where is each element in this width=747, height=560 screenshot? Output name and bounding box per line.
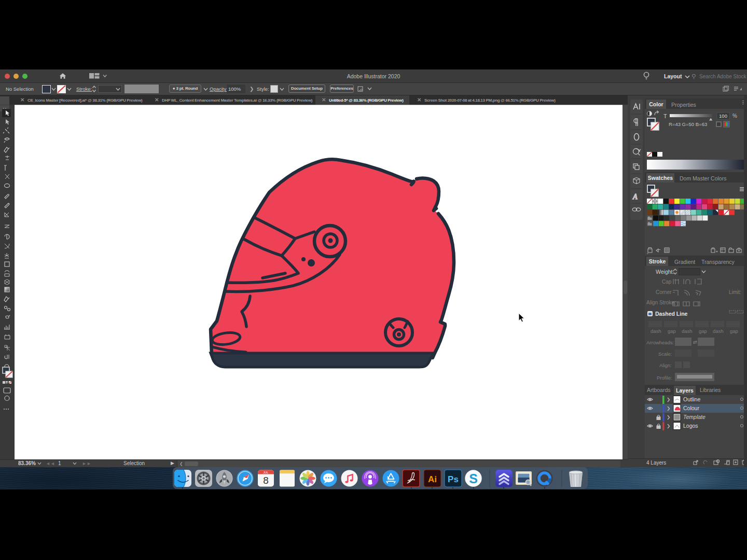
svg-text:8: 8 xyxy=(263,475,269,486)
svg-text:S: S xyxy=(469,471,478,486)
svg-text:%: % xyxy=(732,113,737,119)
svg-text:T: T xyxy=(663,113,667,119)
svg-text:Template: Template xyxy=(683,414,706,420)
svg-text:100: 100 xyxy=(719,113,727,119)
svg-text:Ps: Ps xyxy=(448,474,459,484)
svg-text:Logos: Logos xyxy=(683,423,698,429)
svg-text:R=43 G=50 B=63: R=43 G=50 B=63 xyxy=(669,121,707,127)
svg-text:Colour: Colour xyxy=(683,405,699,411)
svg-text:A: A xyxy=(632,193,638,201)
svg-text:Outline: Outline xyxy=(683,396,700,402)
svg-text:JUL: JUL xyxy=(264,471,269,474)
svg-text:Ai: Ai xyxy=(428,474,437,484)
